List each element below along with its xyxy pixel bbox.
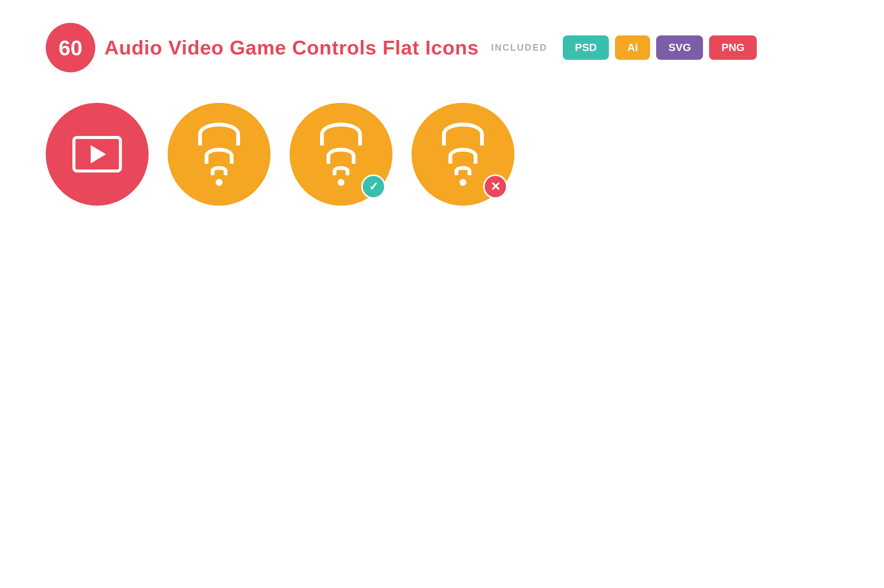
- check-icon: ✓: [369, 181, 378, 192]
- wifi-arc-medium: [327, 148, 356, 164]
- svg-badge[interactable]: SVG: [656, 35, 703, 60]
- wifi-arc-medium: [448, 148, 477, 164]
- wifi-arc-small: [455, 166, 471, 175]
- included-label: INCLUDED: [491, 42, 548, 53]
- check-status-badge: ✓: [361, 174, 386, 199]
- wifi-arc-small: [211, 166, 227, 175]
- wifi-cross-symbol: [442, 123, 484, 186]
- wifi-symbol: [198, 123, 240, 186]
- wifi-check-symbol: [320, 123, 362, 186]
- count-badge: 60: [46, 23, 95, 72]
- page-title: Audio Video Game Controls Flat Icons: [104, 36, 479, 59]
- png-badge[interactable]: PNG: [709, 35, 757, 60]
- play-icon[interactable]: [46, 103, 149, 206]
- psd-badge[interactable]: PSD: [563, 35, 609, 60]
- icons-section: ✓ ✕: [0, 72, 884, 206]
- wifi-cross-icon[interactable]: ✕: [412, 103, 514, 206]
- wifi-arc-small: [333, 166, 349, 175]
- cross-status-badge: ✕: [483, 174, 508, 199]
- wifi-check-icon[interactable]: ✓: [290, 103, 392, 206]
- wifi-arc-large: [198, 123, 240, 145]
- wifi-dot: [338, 179, 344, 186]
- wifi-dot: [460, 179, 466, 186]
- wifi-arc-large: [320, 123, 362, 145]
- play-button-inner: [72, 136, 122, 173]
- count-number: 60: [59, 35, 82, 60]
- cross-icon: ✕: [490, 181, 501, 193]
- wifi-dot: [216, 179, 223, 186]
- wifi-icon[interactable]: [168, 103, 271, 206]
- wifi-arc-large: [442, 123, 484, 145]
- ai-badge[interactable]: Ai: [615, 35, 650, 60]
- play-triangle-icon: [91, 145, 106, 163]
- format-badges: PSD Ai SVG PNG: [563, 35, 757, 60]
- header-section: 60 Audio Video Game Controls Flat Icons …: [0, 0, 884, 72]
- wifi-arc-medium: [205, 148, 234, 164]
